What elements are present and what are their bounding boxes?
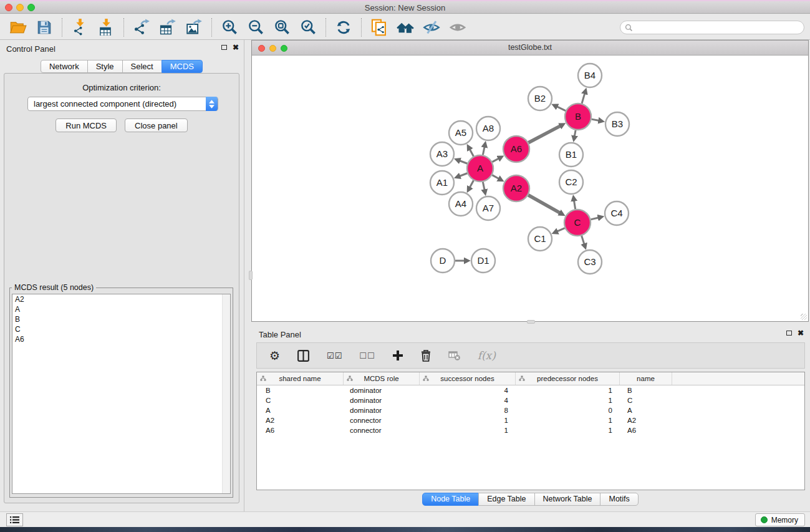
mcds-result-item[interactable]: C	[12, 324, 230, 334]
edge-C-C4[interactable]	[591, 218, 599, 220]
tab-select[interactable]: Select	[122, 60, 162, 73]
zoom-selected-button[interactable]	[295, 17, 321, 38]
task-history-button[interactable]	[6, 513, 23, 526]
table-row[interactable]: Cdominator41C	[257, 395, 804, 405]
network-window-title: testGlobe.txt	[252, 43, 808, 52]
resize-grip[interactable]	[801, 314, 807, 320]
tab-edge-table[interactable]: Edge Table	[478, 493, 534, 506]
search-input[interactable]	[635, 22, 804, 33]
shared-column-icon	[347, 375, 353, 381]
delete-column-button[interactable]	[420, 349, 432, 362]
copy-network-button[interactable]	[366, 17, 392, 38]
save-session-button[interactable]	[31, 17, 57, 38]
edge-A-A7[interactable]	[483, 182, 485, 191]
criterion-select[interactable]: largest connected component (directed)	[27, 97, 218, 111]
node-label-B: B	[575, 111, 581, 122]
mcds-result-item[interactable]: B	[12, 314, 230, 324]
shared-column-icon	[519, 375, 525, 381]
column-header-shared-name[interactable]: shared name	[257, 372, 344, 385]
houses-button[interactable]	[392, 17, 418, 38]
select-all-columns-button[interactable]: ☑☑	[327, 351, 342, 360]
edge-A-A1[interactable]	[459, 173, 467, 177]
edge-C-C1[interactable]	[557, 228, 565, 232]
panel-divider-handle[interactable]	[249, 271, 253, 280]
copy-network-icon	[370, 19, 388, 36]
column-header-successor-nodes[interactable]: successor nodes	[420, 372, 516, 385]
zoom-fit-button[interactable]	[269, 17, 295, 38]
close-panel-icon[interactable]: ✖	[233, 44, 239, 51]
table-row[interactable]: A6connector11A6	[257, 425, 804, 435]
open-session-button[interactable]	[5, 17, 31, 38]
table-settings-button[interactable]: ⚙	[269, 349, 280, 362]
hide-selected-button[interactable]	[418, 17, 445, 38]
function-builder-button[interactable]: f(x)	[478, 349, 496, 362]
edge-C-C2[interactable]	[574, 200, 575, 210]
tab-mcds[interactable]: MCDS	[162, 60, 203, 73]
edge-A-A2[interactable]	[492, 175, 499, 179]
table-row[interactable]: Adominator80A	[257, 405, 804, 415]
edge-A-A3[interactable]	[459, 160, 467, 163]
create-column-button[interactable]	[392, 350, 403, 361]
network-canvas[interactable]: B4B2BB3A8A5A6A3B1AC2A1A2A4A7C4CC1DD1C3	[252, 56, 808, 321]
close-panel-button[interactable]: Close panel	[125, 118, 188, 132]
close-panel-icon[interactable]: ✖	[798, 330, 804, 336]
float-panel-icon[interactable]	[221, 45, 227, 50]
float-panel-icon[interactable]	[786, 331, 792, 336]
edge-A-A8[interactable]	[483, 146, 485, 155]
node-label-A7: A7	[483, 203, 494, 213]
table-row[interactable]: A2connector11A2	[257, 415, 804, 425]
unselect-all-columns-button[interactable]: ☐☐	[359, 351, 375, 360]
mcds-result-item[interactable]: A6	[12, 334, 230, 344]
edge-A-A6[interactable]	[492, 158, 499, 162]
tab-style[interactable]: Style	[87, 60, 123, 73]
panel-divider-handle[interactable]	[527, 320, 535, 324]
show-columns-button[interactable]	[297, 349, 310, 362]
edge-A6-B[interactable]	[528, 125, 561, 142]
edge-B-B2[interactable]	[556, 106, 566, 110]
mcds-result-item[interactable]: A	[12, 304, 230, 314]
export-table-button[interactable]	[155, 17, 181, 38]
gear-icon: ⚙	[269, 349, 280, 362]
edge-A2-C[interactable]	[528, 195, 561, 213]
memory-label: Memory	[771, 516, 798, 525]
edge-B-B1[interactable]	[574, 130, 576, 137]
tab-motifs[interactable]: Motifs	[600, 493, 638, 506]
cell: dominator	[344, 387, 420, 394]
column-header-MCDS-role[interactable]: MCDS role	[344, 372, 420, 385]
column-header-name[interactable]: name	[620, 372, 672, 385]
export-network-button[interactable]	[128, 17, 155, 38]
table-row[interactable]: Bdominator41B	[257, 385, 804, 395]
delete-table-button[interactable]	[448, 350, 461, 361]
tab-node-table[interactable]: Node Table	[422, 493, 479, 506]
cell: connector	[344, 427, 420, 434]
zoom-in-button[interactable]	[216, 17, 243, 38]
export-table-icon	[160, 19, 176, 36]
refresh-button[interactable]	[330, 17, 357, 38]
mcds-result-item[interactable]: A2	[12, 294, 230, 304]
import-network-button[interactable]	[67, 17, 93, 38]
scrollbar-track[interactable]	[222, 294, 230, 493]
edge-A-A4[interactable]	[470, 180, 474, 188]
zoom-out-button[interactable]	[243, 17, 269, 38]
cell: B	[620, 387, 672, 394]
network-graph[interactable]: B4B2BB3A8A5A6A3B1AC2A1A2A4A7C4CC1DD1C3	[252, 56, 808, 321]
column-header-predecessor-nodes[interactable]: predecessor nodes	[516, 372, 620, 385]
search-field[interactable]	[620, 21, 804, 34]
tab-network[interactable]: Network	[41, 60, 88, 73]
mcds-result-list[interactable]: A2ABCA6	[12, 294, 231, 494]
cell: 8	[420, 407, 516, 414]
edge-C-C3[interactable]	[582, 236, 585, 244]
edge-A-A5[interactable]	[470, 148, 474, 156]
import-table-icon	[98, 19, 115, 36]
export-image-button[interactable]	[181, 17, 207, 38]
edge-B-B4[interactable]	[582, 93, 585, 104]
fx-icon: f(x)	[478, 349, 496, 362]
memory-button[interactable]: Memory	[755, 513, 805, 526]
run-mcds-button[interactable]: Run MCDS	[55, 118, 117, 132]
import-table-button[interactable]	[93, 17, 119, 38]
edge-B-B3[interactable]	[592, 119, 600, 120]
show-all-button[interactable]	[445, 17, 471, 38]
node-table: shared nameMCDS rolesuccessor nodesprede…	[256, 372, 805, 490]
tab-network-table[interactable]: Network Table	[534, 493, 601, 506]
plus-icon	[392, 350, 403, 361]
